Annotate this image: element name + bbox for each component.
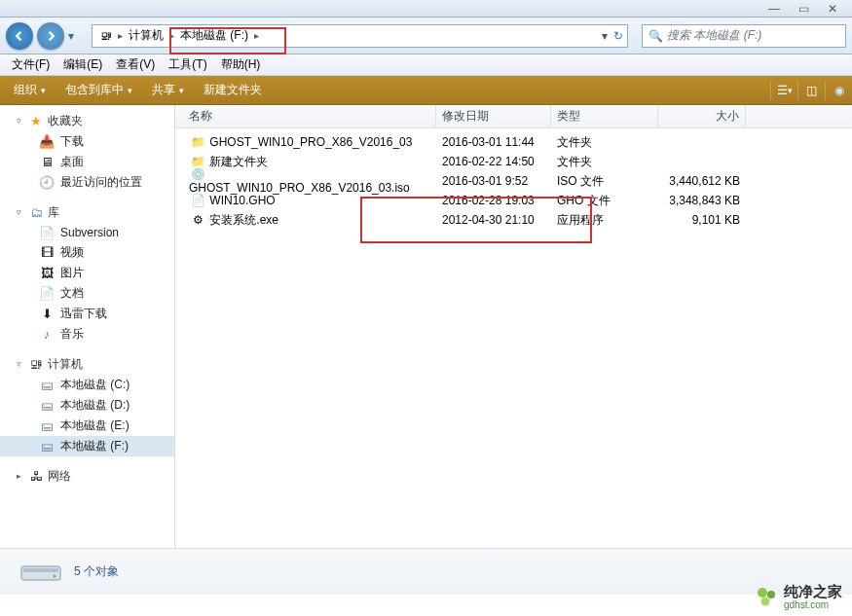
navigation-bar: ▾ 🖳 ▸ 计算机 ▸ 本地磁盘 (F:) ▸ ▾ ↻ 🔍 搜索 本地磁盘 (F… [0, 18, 852, 54]
folder-icon: 📄 [39, 225, 55, 240]
tree-drive-d[interactable]: 🖴本地磁盘 (D:) [0, 395, 174, 416]
breadcrumb-computer[interactable]: 计算机 [125, 25, 167, 47]
column-headers: 名称 修改日期 类型 大小 [175, 105, 852, 128]
file-name: GHOST_WIN10_PRO_X86_V2016_03.iso [189, 181, 410, 195]
close-button[interactable]: ✕ [821, 2, 844, 16]
tree-network[interactable]: ▸🖧网络 [0, 466, 174, 487]
drive-icon: 🖴 [39, 418, 55, 434]
file-date: 2016-02-28 19:03 [436, 194, 551, 207]
watermark: 纯净之家 gdhst.com [755, 584, 842, 611]
forward-button[interactable] [37, 22, 64, 50]
star-icon: ★ [28, 114, 44, 129]
minimize-button[interactable]: — [762, 2, 786, 16]
download-icon: ⬇ [39, 307, 55, 322]
status-bar: 5 个对象 [0, 548, 852, 595]
file-row[interactable]: ⚙ 安装系统.exe2012-04-30 21:10应用程序9,101 KB [175, 210, 852, 230]
history-dropdown[interactable]: ▾ [68, 29, 80, 43]
file-size: 3,348,843 KB [658, 194, 746, 207]
picture-icon: 🖼 [39, 266, 55, 281]
drive-icon: 🖴 [39, 378, 55, 393]
file-date: 2016-03-01 9:52 [436, 174, 551, 188]
watermark-url: gdhst.com [784, 599, 842, 610]
navigation-pane[interactable]: ▿★收藏夹 📥下载 🖥桌面 🕘最近访问的位置 ▿🗂库 📄Subversion 🎞… [0, 105, 175, 548]
file-row[interactable]: 💿 GHOST_WIN10_PRO_X86_V2016_03.iso2016-0… [175, 171, 852, 191]
file-list: 名称 修改日期 类型 大小 📁 GHOST_WIN10_PRO_X86_V201… [175, 105, 852, 548]
breadcrumb-drive[interactable]: 本地磁盘 (F:) [176, 25, 252, 47]
tree-pictures[interactable]: 🖼图片 [0, 263, 174, 283]
file-icon: 📁 [189, 135, 206, 149]
file-date: 2016-02-22 14:50 [436, 155, 551, 168]
help-button[interactable]: ◉ [825, 81, 846, 100]
column-name[interactable]: 名称 [183, 105, 436, 127]
computer-icon: 🖳 [96, 25, 116, 47]
column-date[interactable]: 修改日期 [436, 105, 551, 127]
menu-edit[interactable]: 编辑(E) [57, 54, 108, 75]
maximize-button[interactable]: ▭ [792, 2, 815, 16]
tree-subversion[interactable]: 📄Subversion [0, 223, 174, 242]
column-size[interactable]: 大小 [658, 105, 746, 127]
menu-bar: 文件(F) 编辑(E) 查看(V) 工具(T) 帮助(H) [0, 54, 852, 76]
drive-icon-large [19, 559, 62, 586]
tree-drive-e[interactable]: 🖴本地磁盘 (E:) [0, 416, 174, 436]
include-library-button[interactable]: 包含到库中▾ [57, 79, 140, 101]
search-input[interactable]: 🔍 搜索 本地磁盘 (F:) [642, 24, 846, 48]
file-icon: 📄 [189, 194, 206, 207]
tree-documents[interactable]: 📄文档 [0, 283, 174, 304]
status-object-count: 5 个对象 [74, 563, 119, 580]
watermark-logo-icon [755, 585, 778, 608]
organize-button[interactable]: 组织▾ [6, 79, 54, 101]
tree-downloads[interactable]: 📥下载 [0, 131, 174, 152]
video-icon: 🎞 [39, 245, 55, 261]
file-type: ISO 文件 [551, 173, 658, 190]
tree-desktop[interactable]: 🖥桌面 [0, 152, 174, 172]
file-name: GHOST_WIN10_PRO_X86_V2016_03 [209, 135, 412, 149]
dropdown-icon[interactable]: ▾ [602, 29, 608, 43]
tree-computer[interactable]: ▿🖳计算机 [0, 354, 174, 375]
share-button[interactable]: 共享▾ [144, 79, 192, 101]
menu-view[interactable]: 查看(V) [110, 54, 161, 75]
menu-tools[interactable]: 工具(T) [163, 54, 212, 75]
tree-drive-c[interactable]: 🖴本地磁盘 (C:) [0, 375, 174, 395]
file-size: 3,440,612 KB [658, 174, 746, 188]
tree-video[interactable]: 🎞视频 [0, 242, 174, 263]
preview-pane-button[interactable]: ◫ [797, 81, 819, 100]
new-folder-button[interactable]: 新建文件夹 [196, 79, 270, 101]
view-options-button[interactable]: ☰ ▾ [770, 81, 792, 100]
column-type[interactable]: 类型 [551, 105, 658, 127]
titlebar: — ▭ ✕ [0, 0, 852, 18]
file-name: 新建文件夹 [209, 155, 268, 168]
document-icon: 📄 [39, 286, 55, 302]
refresh-icon[interactable]: ↻ [613, 29, 623, 43]
tree-thunder[interactable]: ⬇迅雷下载 [0, 304, 174, 324]
file-icon: 📁 [189, 155, 206, 168]
recent-icon: 🕘 [39, 175, 55, 191]
drive-icon: 🖴 [39, 398, 55, 414]
tree-recent[interactable]: 🕘最近访问的位置 [0, 172, 174, 193]
svg-point-2 [54, 574, 56, 577]
svg-point-4 [767, 591, 775, 598]
svg-rect-1 [23, 568, 58, 572]
back-button[interactable] [6, 22, 33, 50]
file-icon: ⚙ [189, 213, 206, 227]
file-row[interactable]: 📁 GHOST_WIN10_PRO_X86_V2016_032016-03-01… [175, 132, 852, 152]
file-row[interactable]: 📄 WIN10.GHO2016-02-28 19:03GHO 文件3,348,8… [175, 191, 852, 210]
search-icon: 🔍 [648, 29, 663, 43]
tree-favorites[interactable]: ▿★收藏夹 [0, 111, 174, 131]
watermark-name: 纯净之家 [784, 584, 842, 600]
command-toolbar: 组织▾ 包含到库中▾ 共享▾ 新建文件夹 ☰ ▾ ◫ ◉ [0, 76, 852, 105]
tree-drive-f[interactable]: 🖴本地磁盘 (F:) [0, 436, 174, 456]
file-type: GHO 文件 [551, 193, 658, 209]
menu-help[interactable]: 帮助(H) [215, 54, 267, 75]
file-type: 文件夹 [551, 134, 658, 151]
menu-file[interactable]: 文件(F) [6, 54, 56, 75]
folder-icon: 📥 [39, 134, 55, 150]
file-name: WIN10.GHO [209, 194, 275, 207]
file-size: 9,101 KB [658, 213, 746, 227]
search-placeholder: 搜索 本地磁盘 (F:) [667, 27, 761, 44]
computer-icon: 🖳 [28, 357, 44, 373]
tree-music[interactable]: ♪音乐 [0, 324, 174, 344]
desktop-icon: 🖥 [39, 155, 55, 170]
address-bar[interactable]: 🖳 ▸ 计算机 ▸ 本地磁盘 (F:) ▸ ▾ ↻ [92, 24, 628, 48]
drive-icon: 🖴 [39, 439, 55, 454]
tree-library[interactable]: ▿🗂库 [0, 202, 174, 223]
